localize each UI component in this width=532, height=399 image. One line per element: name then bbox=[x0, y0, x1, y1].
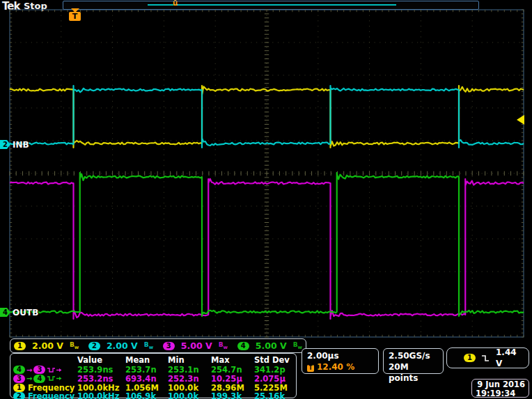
date: 9 Jun 2016 bbox=[476, 380, 525, 389]
delay-edges-icon bbox=[47, 375, 62, 382]
measurement-source: 4 → 3 bbox=[13, 366, 77, 374]
channel2-waveform-label: INB bbox=[13, 140, 29, 150]
bandwidth-limit-icon: Bw bbox=[70, 341, 79, 350]
meas-value: 100.0kHz bbox=[77, 391, 125, 399]
measurement-row-ch2-frequency[interactable]: 2 Frequency 100.0kHz 106.9k 100.0k 199.3… bbox=[13, 391, 296, 399]
channel3-readout[interactable]: 3 5.00 V Bw bbox=[163, 341, 228, 351]
horizontal-settings-box[interactable]: 2.00µs T12.40 % bbox=[302, 348, 379, 374]
channel4-badge: 4 bbox=[13, 366, 25, 374]
datetime-box: 9 Jun 2016 19:19:34 bbox=[471, 379, 529, 398]
channel2-readout[interactable]: 2 2.00 V Bw bbox=[88, 341, 153, 351]
channel3-scale: 5.00 V bbox=[181, 341, 212, 351]
header-value: Value bbox=[77, 355, 125, 365]
channel2-scale: 2.00 V bbox=[107, 341, 138, 351]
meas-min: 100.0k bbox=[168, 391, 211, 399]
measurement-row-delay-3-4[interactable]: 3 → 4 253.2ns 693.4n 252.3n 10.25µ 2.075… bbox=[13, 374, 296, 383]
trigger-position-icon: T bbox=[307, 365, 314, 372]
channel2-position-marker[interactable]: 2 INB bbox=[0, 140, 29, 149]
header-stddev: Std Dev bbox=[254, 355, 296, 365]
record-length: 20M points bbox=[389, 361, 438, 384]
trigger-position-readout: T12.40 % bbox=[307, 361, 373, 373]
header-max: Max bbox=[211, 355, 254, 365]
delay-edges-icon bbox=[47, 366, 62, 374]
sample-rate: 2.50GS/s bbox=[389, 350, 438, 361]
delay-arrow: → bbox=[26, 366, 32, 374]
delay-arrow: → bbox=[26, 375, 32, 382]
channel3-number-badge: 3 bbox=[163, 342, 175, 350]
bandwidth-limit-icon: Bw bbox=[144, 341, 153, 350]
meas-stddev: 199.3k bbox=[211, 391, 254, 399]
measurement-name: Frequency bbox=[28, 391, 75, 399]
channel3-badge: 3 bbox=[13, 375, 25, 383]
oscilloscope-screen: Tek Stop ū T 2 INB 4 OUTB 1 2.00 V Bw 2 … bbox=[0, 0, 532, 399]
timebase-scale: 2.00µs bbox=[307, 350, 373, 361]
falling-edge-icon bbox=[481, 354, 490, 362]
time: 19:19:34 bbox=[476, 389, 525, 398]
measurement-source: 2 Frequency bbox=[13, 391, 77, 399]
channel4-readout[interactable]: 4 5.00 V Bw bbox=[237, 341, 302, 351]
measurement-source: 3 → 4 bbox=[13, 375, 77, 383]
channel2-number-badge: 2 bbox=[88, 342, 100, 350]
channel2-badge: 2 bbox=[0, 140, 10, 149]
channel1-readout[interactable]: 1 2.00 V Bw bbox=[14, 341, 79, 351]
header-mean: Mean bbox=[125, 355, 168, 365]
channel4-badge: 4 bbox=[0, 308, 10, 317]
measurement-header-row: Value Mean Min Max Std Dev bbox=[13, 355, 296, 365]
trigger-settings-box[interactable]: 1 1.44 V bbox=[446, 347, 529, 368]
channel1-badge: 1 bbox=[13, 384, 25, 392]
measurement-row-ch1-frequency[interactable]: 1 Frequency 100.0kHz 1.056M 100.0k 28.96… bbox=[13, 383, 296, 392]
measurement-table[interactable]: Value Mean Min Max Std Dev 4 → 3 253.9ns… bbox=[10, 353, 297, 398]
channel-readout-bar: 1 2.00 V Bw 2 2.00 V Bw 3 5.00 V Bw 4 5.… bbox=[10, 338, 306, 353]
trigger-level: 1.44 V bbox=[496, 347, 523, 369]
channel4-waveform-label: OUTB bbox=[13, 308, 38, 318]
channel4-number-badge: 4 bbox=[237, 342, 249, 350]
channel3-badge: 3 bbox=[33, 366, 45, 374]
header-min: Min bbox=[168, 355, 211, 365]
trigger-level-arrow-icon[interactable] bbox=[517, 115, 524, 125]
bandwidth-limit-icon: Bw bbox=[293, 341, 302, 350]
channel1-number-badge: 1 bbox=[14, 342, 26, 350]
channel4-scale: 5.00 V bbox=[256, 341, 287, 351]
measurement-row-delay-4-3[interactable]: 4 → 3 253.9ns 253.7n 253.1n 254.7n 341.2… bbox=[13, 365, 296, 374]
channel4-badge: 4 bbox=[33, 375, 45, 383]
trigger-source-badge: 1 bbox=[464, 354, 476, 362]
channel1-scale: 2.00 V bbox=[32, 341, 63, 351]
trigger-marker-flag-icon[interactable]: T bbox=[69, 12, 81, 21]
meas-mean: 106.9k bbox=[125, 391, 168, 399]
channel4-position-marker[interactable]: 4 OUTB bbox=[0, 308, 38, 317]
meas-stddev: 25.16k bbox=[254, 391, 296, 399]
acquisition-settings-box[interactable]: 2.50GS/s 20M points bbox=[383, 348, 444, 374]
channel2-badge: 2 bbox=[13, 392, 25, 399]
bandwidth-limit-icon: Bw bbox=[219, 341, 228, 350]
